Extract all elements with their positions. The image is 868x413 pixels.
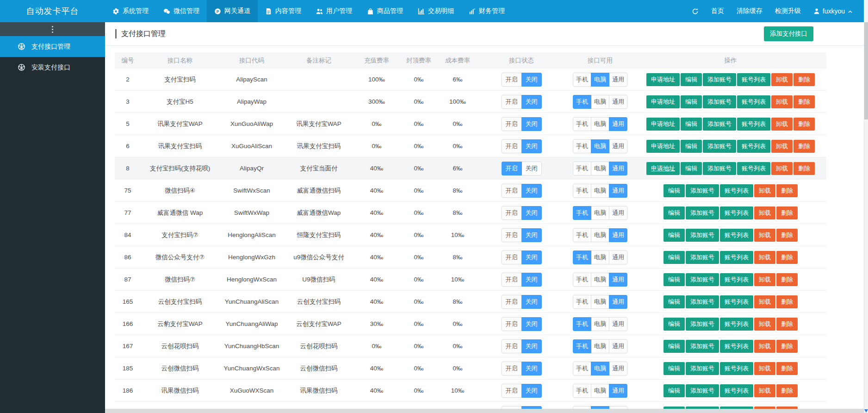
apply-button[interactable]: 申请地址 [646, 140, 680, 153]
delete-button[interactable]: 删除 [776, 295, 798, 308]
device-universal-button[interactable]: 通用 [609, 206, 627, 220]
device-phone-button[interactable]: 手机 [573, 295, 591, 309]
add-account-button[interactable]: 添加账号 [686, 362, 719, 375]
add-account-button[interactable]: 添加账号 [686, 340, 719, 353]
edit-button[interactable]: 编辑 [663, 273, 685, 286]
add-account-button[interactable]: 添加账号 [703, 118, 736, 131]
vertical-scrollbar-thumb[interactable] [864, 22, 868, 119]
status-off-button[interactable]: 关闭 [521, 273, 542, 287]
status-off-button[interactable]: 关闭 [521, 206, 542, 220]
nav-item-finance[interactable]: 财务管理 [461, 0, 512, 22]
nav-item-content[interactable]: 内容管理 [258, 0, 309, 22]
apply-button[interactable]: 申请地址 [646, 73, 680, 86]
add-account-button[interactable]: 添加账号 [686, 295, 719, 308]
nav-item-gateway[interactable]: P网关通道 [207, 0, 258, 22]
uninstall-button[interactable]: 卸载 [754, 362, 775, 375]
status-off-button[interactable]: 关闭 [521, 295, 542, 309]
edit-button[interactable]: 编辑 [663, 184, 685, 197]
add-account-button[interactable]: 添加账号 [703, 95, 736, 108]
edit-button[interactable]: 编辑 [681, 73, 702, 86]
account-list-button[interactable]: 账号列表 [720, 251, 753, 264]
add-account-button[interactable]: 添加账号 [703, 73, 736, 86]
edit-button[interactable]: 编辑 [681, 162, 702, 175]
edit-button[interactable]: 编辑 [663, 251, 685, 264]
status-off-button[interactable]: 关闭 [521, 95, 542, 109]
edit-button[interactable]: 编辑 [663, 318, 685, 331]
device-universal-button[interactable]: 通用 [609, 339, 627, 353]
account-list-button[interactable]: 账号列表 [737, 140, 770, 153]
add-account-button[interactable]: 添加账号 [686, 184, 719, 197]
device-phone-button[interactable]: 手机 [573, 250, 591, 264]
device-universal-button[interactable]: 通用 [609, 228, 627, 242]
device-universal-button[interactable]: 通用 [609, 317, 627, 331]
add-payment-interface-button[interactable]: 添加支付接口 [764, 26, 813, 41]
device-phone-button[interactable]: 手机 [573, 206, 591, 220]
status-off-button[interactable]: 关闭 [521, 73, 542, 87]
account-list-button[interactable]: 账号列表 [737, 95, 770, 108]
device-universal-button[interactable]: 通用 [609, 95, 627, 109]
account-list-button[interactable]: 账号列表 [737, 73, 770, 86]
add-account-button[interactable]: 添加账号 [686, 229, 719, 242]
add-account-button[interactable]: 添加账号 [686, 273, 719, 286]
check-upgrade-link[interactable]: 检测升级 [775, 7, 801, 15]
status-on-button[interactable]: 开启 [502, 317, 522, 331]
uninstall-button[interactable]: 卸载 [754, 340, 775, 353]
status-on-button[interactable]: 开启 [502, 228, 522, 242]
device-universal-button[interactable]: 通用 [609, 362, 627, 375]
add-account-button[interactable]: 添加账号 [686, 206, 719, 219]
device-pc-button[interactable]: 电脑 [591, 139, 609, 153]
delete-button[interactable]: 删除 [776, 229, 798, 242]
status-on-button[interactable]: 开启 [502, 362, 522, 375]
edit-button[interactable]: 编辑 [663, 362, 685, 375]
status-on-button[interactable]: 开启 [502, 139, 522, 153]
scroll-down-arrow-icon[interactable] [864, 409, 868, 413]
delete-button[interactable]: 删除 [776, 340, 798, 353]
add-account-button[interactable]: 添加账号 [686, 318, 719, 331]
device-phone-button[interactable]: 手机 [573, 339, 591, 353]
status-off-button[interactable]: 关闭 [521, 317, 542, 331]
edit-button[interactable]: 编辑 [663, 384, 685, 397]
account-list-button[interactable]: 账号列表 [720, 295, 753, 308]
uninstall-button[interactable]: 卸载 [771, 95, 793, 108]
account-list-button[interactable]: 账号列表 [720, 318, 753, 331]
status-off-button[interactable]: 关闭 [521, 384, 542, 398]
nav-item-user[interactable]: 用户管理 [309, 0, 360, 22]
status-on-button[interactable]: 开启 [502, 73, 522, 87]
device-phone-button[interactable]: 手机 [573, 139, 591, 153]
apply-button[interactable]: 申请地址 [646, 162, 680, 175]
device-phone-button[interactable]: 手机 [573, 228, 591, 242]
device-phone-button[interactable]: 手机 [573, 273, 591, 287]
nav-item-wechat[interactable]: 微信管理 [156, 0, 207, 22]
device-pc-button[interactable]: 电脑 [591, 95, 609, 109]
device-phone-button[interactable]: 手机 [573, 362, 591, 375]
device-universal-button[interactable]: 通用 [609, 273, 627, 287]
nav-item-goods[interactable]: 商品管理 [360, 0, 410, 22]
device-pc-button[interactable]: 电脑 [591, 339, 609, 353]
add-account-button[interactable]: 添加账号 [686, 384, 719, 397]
delete-button[interactable]: 删除 [794, 95, 815, 108]
uninstall-button[interactable]: 卸载 [771, 118, 793, 131]
delete-button[interactable]: 删除 [776, 273, 798, 286]
delete-button[interactable]: 删除 [776, 206, 798, 219]
device-pc-button[interactable]: 电脑 [591, 73, 609, 87]
device-universal-button[interactable]: 通用 [609, 250, 627, 264]
delete-button[interactable]: 删除 [776, 251, 798, 264]
delete-button[interactable]: 删除 [776, 318, 798, 331]
device-universal-button[interactable]: 通用 [609, 184, 627, 198]
add-account-button[interactable]: 添加账号 [703, 140, 736, 153]
device-universal-button[interactable]: 通用 [609, 384, 627, 398]
device-pc-button[interactable]: 电脑 [591, 273, 609, 287]
device-phone-button[interactable]: 手机 [573, 184, 591, 198]
device-universal-button[interactable]: 通用 [609, 139, 627, 153]
account-list-button[interactable]: 账号列表 [737, 118, 770, 131]
apply-button[interactable]: 申请地址 [646, 95, 680, 108]
uninstall-button[interactable]: 卸载 [754, 184, 775, 197]
uninstall-button[interactable]: 卸载 [771, 140, 793, 153]
status-on-button[interactable]: 开启 [502, 339, 522, 353]
device-pc-button[interactable]: 电脑 [591, 184, 609, 198]
uninstall-button[interactable]: 卸载 [754, 384, 775, 397]
device-universal-button[interactable]: 通用 [609, 73, 627, 87]
edit-button[interactable]: 编辑 [663, 229, 685, 242]
device-pc-button[interactable]: 电脑 [591, 162, 609, 175]
edit-button[interactable]: 编辑 [681, 95, 702, 108]
